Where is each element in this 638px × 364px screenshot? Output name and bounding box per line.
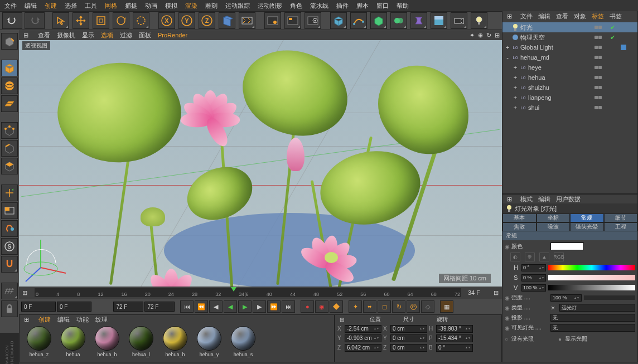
- hsv-S[interactable]: 0 %▲▼: [521, 274, 546, 282]
- material-hehua_z[interactable]: hehua_z: [23, 326, 55, 357]
- play-back[interactable]: ◀: [224, 300, 237, 313]
- key-pla[interactable]: ◇: [421, 300, 434, 313]
- obj-hehua[interactable]: +L0hehua: [502, 72, 637, 82]
- attrtab-细节[interactable]: 细节: [604, 213, 638, 222]
- edge-mode[interactable]: [1, 140, 18, 157]
- material-hehua_s[interactable]: hehua_s: [227, 326, 259, 357]
- render-active[interactable]: [264, 12, 281, 29]
- texture-mode[interactable]: [1, 77, 18, 94]
- matmenu-创建[interactable]: 创建: [38, 316, 51, 324]
- obj-hehua_md[interactable]: -L0hehua_md: [502, 52, 637, 62]
- prev-frame[interactable]: ◀: [209, 300, 223, 313]
- matmenu-编辑[interactable]: 编辑: [57, 316, 70, 324]
- rotate-tool[interactable]: [113, 12, 129, 29]
- workplane-mode[interactable]: [1, 95, 18, 112]
- record-key[interactable]: ●: [301, 300, 314, 313]
- menu-流水线[interactable]: 流水线: [310, 2, 328, 10]
- range-start[interactable]: 0 F: [21, 302, 56, 312]
- hsv-V[interactable]: 100 %▲▼: [521, 284, 546, 292]
- scale-tool[interactable]: [93, 12, 109, 29]
- attrtab-工程[interactable]: 工程: [604, 222, 638, 231]
- vp-nav-icon[interactable]: ⊞: [495, 32, 500, 39]
- attr-可见灯光-combo[interactable]: 无: [550, 324, 635, 332]
- autokey[interactable]: ◉: [315, 300, 328, 313]
- material-hehua_y[interactable]: hehua_y: [193, 326, 225, 357]
- add-light[interactable]: [471, 12, 487, 29]
- coord-Z-rot[interactable]: 0 °▲▼: [436, 344, 473, 352]
- menu-插件[interactable]: 插件: [336, 2, 349, 10]
- objmenu-书签[interactable]: 书签: [610, 12, 622, 21]
- menu-脚本[interactable]: 脚本: [356, 2, 369, 10]
- coord-X-rot[interactable]: -39.903 °▲▼: [436, 325, 473, 333]
- material-hehua[interactable]: hehua: [57, 326, 89, 357]
- attr-picker-icon[interactable]: ◐: [510, 253, 520, 261]
- coord-Y-size[interactable]: 0 cm▲▼: [390, 334, 427, 342]
- goto-prevkey[interactable]: ⏪: [195, 300, 208, 313]
- z-axis-lock[interactable]: Z: [199, 12, 215, 29]
- attr-spectrum-icon[interactable]: ❊: [525, 253, 535, 261]
- snap-toggle[interactable]: S: [1, 238, 18, 255]
- objmenu-标签[interactable]: 标签: [592, 12, 604, 21]
- menu-运动跟踪[interactable]: 运动跟踪: [225, 2, 250, 10]
- matmenu-功能[interactable]: 功能: [76, 316, 89, 324]
- live-select-tool[interactable]: [52, 12, 69, 29]
- attr-rgb-icon[interactable]: RGB: [554, 253, 564, 261]
- menu-文件[interactable]: 文件: [4, 2, 17, 10]
- obj-物理天空[interactable]: 物理天空✔: [502, 32, 637, 42]
- coord-X-size[interactable]: 0 cm▲▼: [390, 325, 427, 333]
- attrtab-焦散[interactable]: 焦散: [502, 222, 536, 231]
- vpmenu-摄像机[interactable]: 摄像机: [57, 31, 75, 40]
- cur-frame[interactable]: 0 F: [57, 302, 91, 312]
- menu-工具[interactable]: 工具: [85, 2, 97, 10]
- coord-Z-pos[interactable]: 6.042 cm▲▼: [345, 344, 381, 352]
- obj-shui[interactable]: +L0shui: [502, 103, 637, 113]
- menu-窗口[interactable]: 窗口: [376, 2, 389, 10]
- objmenu-对象[interactable]: 对象: [574, 12, 586, 21]
- attrtab-基本[interactable]: 基本: [502, 213, 536, 222]
- timeline-ruler[interactable]: ⊞ 04812162024283234|6404448525660646872 …: [19, 287, 502, 299]
- menu-编辑[interactable]: 编辑: [25, 2, 37, 10]
- perspective-viewport[interactable]: 网格间距 10 cm: [19, 40, 502, 287]
- undo-button[interactable]: [2, 12, 22, 29]
- vpmenu-面板[interactable]: 面板: [139, 31, 151, 40]
- obj-shuizhu[interactable]: +L0shuizhu: [502, 82, 637, 93]
- keysel[interactable]: [330, 300, 343, 313]
- add-generator2[interactable]: [390, 12, 407, 29]
- material-hehua_l[interactable]: hehua_l: [125, 326, 157, 357]
- menu-模拟[interactable]: 模拟: [165, 2, 177, 10]
- hsv-S-slider[interactable]: [548, 275, 635, 280]
- coord-Y-rot[interactable]: -15.434 °▲▼: [436, 334, 473, 342]
- objmenu-查看[interactable]: 查看: [556, 12, 568, 21]
- tweak-mode[interactable]: [1, 220, 18, 237]
- render-pv[interactable]: [284, 12, 301, 29]
- x-axis-lock[interactable]: X: [158, 12, 175, 29]
- attr-color-swatch[interactable]: [550, 242, 584, 250]
- make-editable[interactable]: [1, 33, 18, 50]
- key-scale[interactable]: ◻: [378, 300, 391, 313]
- redo-button[interactable]: [25, 12, 45, 29]
- add-camera[interactable]: [451, 12, 467, 29]
- workplane-grid[interactable]: [1, 283, 18, 299]
- menu-选择[interactable]: 选择: [65, 2, 77, 10]
- hsv-H[interactable]: 0 °▲▼: [521, 264, 546, 271]
- menu-帮助[interactable]: 帮助: [397, 2, 409, 10]
- y-axis-lock[interactable]: Y: [178, 12, 195, 29]
- coord-Z-size[interactable]: 0 cm▲▼: [390, 344, 427, 352]
- axis-modification[interactable]: [1, 185, 18, 201]
- attr-强度-field[interactable]: 100 %▲▼: [550, 294, 582, 302]
- hsv-V-slider[interactable]: [548, 285, 635, 290]
- model-mode[interactable]: [1, 60, 18, 76]
- attr-投影-combo[interactable]: 无: [550, 314, 635, 322]
- vp-nav-icon[interactable]: ✦: [470, 32, 475, 39]
- attrtab-常规[interactable]: 常规: [570, 213, 604, 222]
- attrmenu-编辑[interactable]: 编辑: [538, 195, 550, 203]
- key-param[interactable]: P: [407, 300, 420, 313]
- polygon-mode[interactable]: [1, 158, 18, 174]
- attrtab-镜头光晕[interactable]: 镜头光晕: [570, 222, 604, 231]
- menu-创建[interactable]: 创建: [45, 2, 57, 10]
- vp-nav-icon[interactable]: ⊕: [478, 32, 483, 39]
- play-forward[interactable]: ▶: [238, 300, 252, 313]
- viewport-solo[interactable]: [1, 202, 18, 219]
- next-frame[interactable]: ▶: [253, 300, 266, 313]
- attrmenu-用户数据[interactable]: 用户数据: [556, 195, 581, 203]
